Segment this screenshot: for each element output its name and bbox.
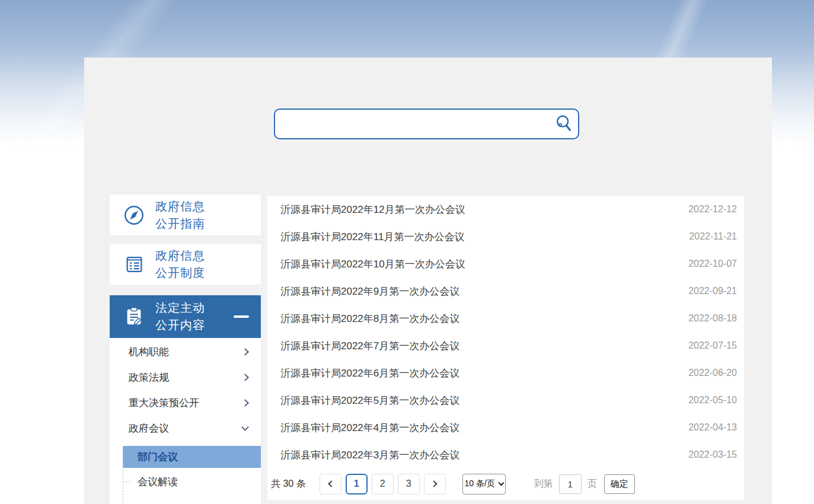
sidebar-item-org-functions[interactable]: 机构职能 bbox=[110, 339, 261, 365]
sidebar-item-statutory-disclosure[interactable]: 法定主动 公开内容 bbox=[110, 295, 261, 338]
goto-page-group: 到第 页 确定 bbox=[534, 474, 635, 494]
list-item: 沂源县审计局2022年6月第一次办公会议 2022-06-20 bbox=[267, 359, 744, 387]
chevron-right-icon bbox=[430, 480, 437, 487]
next-page-button[interactable] bbox=[424, 474, 446, 495]
sidebar-item-major-decisions[interactable]: 重大决策预公开 bbox=[110, 390, 261, 416]
chevron-left-icon bbox=[328, 480, 334, 487]
sidebar-item-meeting-interpretation[interactable]: 会议解读 bbox=[110, 468, 261, 495]
meeting-link[interactable]: 沂源县审计局2022年10月第一次办公会议 bbox=[280, 257, 465, 271]
collapse-minus-icon bbox=[234, 315, 249, 318]
meeting-link[interactable]: 沂源县审计局2022年5月第一次办公会议 bbox=[280, 394, 459, 407]
total-count: 共 30 条 bbox=[271, 478, 306, 490]
tree-line-vertical bbox=[123, 446, 123, 504]
meeting-list: 沂源县审计局2022年12月第一次办公会议 2022-12-12 沂源县审计局2… bbox=[267, 196, 744, 468]
sidebar-item-gov-info-guide[interactable]: 政府信息 公开指南 bbox=[110, 194, 261, 235]
tree-line-horizontal bbox=[123, 481, 130, 482]
chevron-right-icon bbox=[241, 399, 249, 407]
list-item: 沂源县审计局2022年5月第一次办公会议 2022-05-10 bbox=[267, 387, 744, 414]
goto-page-input[interactable] bbox=[559, 474, 582, 494]
meeting-date: 2022-07-15 bbox=[688, 340, 737, 351]
sidebar: 政府信息 公开指南 政府信息 公开制度 bbox=[110, 194, 261, 504]
submenu-item-label: 部门会议 bbox=[138, 450, 178, 464]
goto-suffix-label: 页 bbox=[588, 478, 597, 490]
sidebar-submenu: 机构职能 政策法规 重大决策预公开 政府会议 部门会议 会议解读 bbox=[110, 338, 261, 504]
page-button-2[interactable]: 2 bbox=[372, 474, 394, 495]
search-box bbox=[274, 109, 579, 139]
list-item: 沂源县审计局2022年3月第一次办公会议 2022-03-15 bbox=[267, 441, 744, 468]
meeting-link[interactable]: 沂源县审计局2022年9月第一次办公会议 bbox=[280, 285, 459, 298]
sidebar-item-gov-meetings[interactable]: 政府会议 bbox=[110, 416, 261, 441]
meeting-link[interactable]: 沂源县审计局2022年12月第一次办公会议 bbox=[280, 203, 465, 216]
prev-page-button[interactable] bbox=[320, 474, 341, 495]
list-item: 沂源县审计局2022年7月第一次办公会议 2022-07-15 bbox=[267, 332, 744, 359]
meeting-date: 2022-10-07 bbox=[688, 259, 737, 269]
meeting-link[interactable]: 沂源县审计局2022年3月第一次办公会议 bbox=[280, 448, 459, 462]
submenu-item-label: 会议解读 bbox=[138, 475, 178, 489]
sidebar-item-label: 法定主动 公开内容 bbox=[155, 299, 205, 334]
sidebar-item-gov-info-system[interactable]: 政府信息 公开制度 bbox=[110, 244, 261, 285]
search-button[interactable] bbox=[550, 110, 578, 138]
meeting-date: 2022-08-18 bbox=[688, 313, 737, 324]
menu-item-label: 政策法规 bbox=[129, 371, 169, 384]
list-item: 沂源县审计局2022年4月第一次办公会议 2022-04-13 bbox=[267, 414, 744, 441]
select-chevron-icon bbox=[498, 480, 504, 486]
list-item: 沂源县审计局2022年10月第一次办公会议 2022-10-07 bbox=[267, 250, 744, 277]
sidebar-item-label: 政府信息 公开制度 bbox=[155, 247, 205, 282]
pagination-bar: 共 30 条 1 2 3 10 条/页 到第 页 确定 bbox=[267, 473, 744, 495]
meeting-date: 2022-04-13 bbox=[688, 422, 737, 433]
list-item: 沂源县审计局2022年11月第一次办公会议 2022-11-21 bbox=[267, 223, 744, 250]
menu-item-label: 机构职能 bbox=[129, 345, 169, 359]
meeting-date: 2022-11-21 bbox=[689, 231, 737, 242]
meeting-link[interactable]: 沂源县审计局2022年7月第一次办公会议 bbox=[280, 339, 459, 353]
list-item: 沂源县审计局2022年8月第一次办公会议 2022-08-18 bbox=[267, 305, 744, 332]
page-size-value: 10 条/页 bbox=[465, 479, 495, 489]
confirm-button[interactable]: 确定 bbox=[604, 474, 635, 494]
content-area: 政府信息 公开指南 政府信息 公开制度 bbox=[84, 58, 772, 504]
meeting-link[interactable]: 沂源县审计局2022年4月第一次办公会议 bbox=[280, 421, 459, 435]
meeting-list-panel: 沂源县审计局2022年12月第一次办公会议 2022-12-12 沂源县审计局2… bbox=[267, 196, 744, 500]
list-item: 沂源县审计局2022年12月第一次办公会议 2022-12-12 bbox=[267, 196, 744, 223]
page-button-1[interactable]: 1 bbox=[346, 474, 368, 495]
goto-prefix-label: 到第 bbox=[534, 478, 553, 490]
menu-item-label: 政府会议 bbox=[129, 422, 169, 435]
search-icon bbox=[554, 114, 573, 135]
menu-item-label: 重大决策预公开 bbox=[129, 396, 199, 410]
sidebar-item-department-meetings[interactable]: 部门会议 bbox=[123, 446, 261, 468]
page-button-3[interactable]: 3 bbox=[398, 474, 420, 495]
search-input[interactable] bbox=[275, 110, 550, 138]
meeting-date: 2022-06-20 bbox=[688, 368, 737, 378]
meeting-link[interactable]: 沂源县审计局2022年6月第一次办公会议 bbox=[280, 366, 459, 380]
sidebar-item-policies[interactable]: 政策法规 bbox=[110, 365, 261, 390]
list-item: 沂源县审计局2022年9月第一次办公会议 2022-09-21 bbox=[267, 277, 744, 305]
meeting-link[interactable]: 沂源县审计局2022年8月第一次办公会议 bbox=[280, 312, 459, 326]
meeting-date: 2022-05-10 bbox=[688, 395, 737, 406]
chevron-down-icon bbox=[241, 423, 249, 431]
compass-icon bbox=[123, 204, 145, 227]
chevron-right-icon bbox=[241, 348, 249, 356]
chevron-right-icon bbox=[241, 374, 249, 381]
notebook-icon bbox=[123, 253, 145, 276]
meeting-date: 2022-09-21 bbox=[688, 286, 737, 296]
clipboard-pencil-icon bbox=[123, 305, 145, 328]
meeting-date: 2022-03-15 bbox=[688, 449, 737, 460]
meeting-link[interactable]: 沂源县审计局2022年11月第一次办公会议 bbox=[280, 230, 464, 244]
page-size-select[interactable]: 10 条/页 bbox=[462, 474, 506, 495]
meeting-date: 2022-12-12 bbox=[688, 204, 737, 215]
sidebar-item-label: 政府信息 公开指南 bbox=[155, 198, 205, 232]
